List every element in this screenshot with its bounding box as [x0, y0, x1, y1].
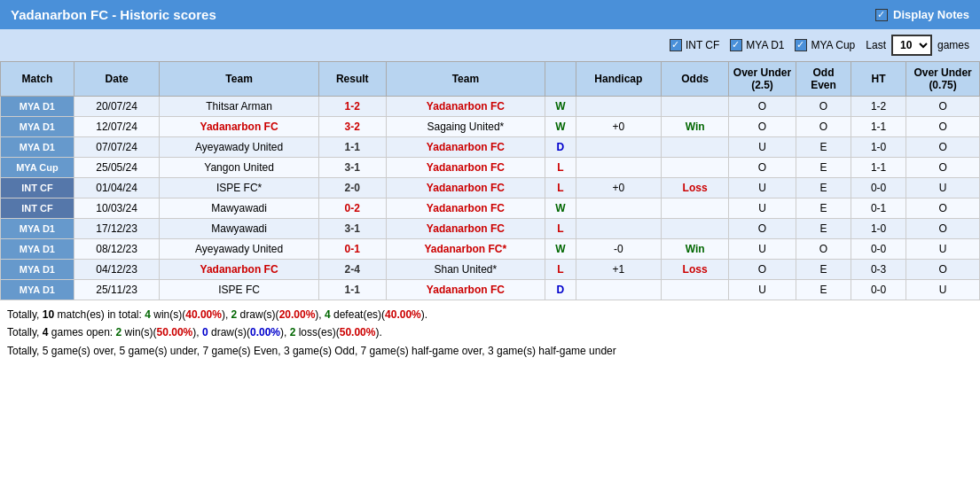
footer-line2: Totally, 4 games open: 2 win(s)(50.00%),…	[7, 323, 973, 341]
team1-name: Yadanarbon FC	[160, 260, 318, 280]
scores-table: Match Date Team Result Team Handicap Odd…	[0, 61, 980, 300]
match-result: 0-1	[318, 239, 386, 260]
half-time-result: 1-0	[851, 137, 906, 158]
match-badge: MYA D1	[1, 239, 74, 260]
mya-cup-checkbox[interactable]	[795, 39, 807, 51]
half-time-result: 0-0	[851, 280, 906, 300]
match-badge: MYA D1	[1, 97, 74, 117]
handicap-value: +0	[576, 117, 662, 137]
games-select[interactable]: 5 10 15 20 30 50	[891, 35, 932, 56]
col-ht: HT	[851, 62, 906, 97]
team2-name: Yadanarbon FC	[386, 198, 545, 219]
int-cf-checkbox[interactable]	[670, 39, 682, 51]
handicap-value	[576, 219, 662, 239]
over-under-075: O	[906, 137, 980, 158]
match-date: 04/12/23	[74, 260, 160, 280]
table-row: INT CF10/03/24Mawyawadi0-2Yadanarbon FCW…	[1, 198, 980, 219]
mya-d1-label: MYA D1	[746, 39, 784, 51]
match-date: 17/12/23	[74, 219, 160, 239]
match-result: 1-1	[318, 280, 386, 300]
match-badge: MYA D1	[1, 117, 74, 137]
match-result: 3-1	[318, 219, 386, 239]
match-badge: INT CF	[1, 198, 74, 219]
col-date: Date	[74, 62, 160, 97]
table-row: MYA D107/07/24Ayeyawady United1-1Yadanar…	[1, 137, 980, 158]
table-row: MYA D104/12/23Yadanarbon FC2-4Shan Unite…	[1, 260, 980, 280]
match-outcome: D	[545, 137, 576, 158]
over-under-075: O	[906, 158, 980, 178]
over-under-075: O	[906, 198, 980, 219]
odds-value: Loss	[662, 178, 729, 198]
over-under-25: O	[729, 219, 796, 239]
over-under-25: O	[729, 260, 796, 280]
mya-d1-checkbox[interactable]	[730, 39, 742, 51]
match-outcome: W	[545, 239, 576, 260]
footer-line1: Totally, 10 match(es) in total: 4 win(s)…	[7, 306, 973, 323]
match-date: 08/12/23	[74, 239, 160, 260]
over-under-25: U	[729, 137, 796, 158]
filter-bar: INT CF MYA D1 MYA Cup Last 5 10 15 20 30…	[0, 29, 980, 61]
odd-even: O	[796, 97, 851, 117]
over-under-075: U	[906, 239, 980, 260]
half-time-result: 1-0	[851, 219, 906, 239]
team2-name: Yadanarbon FC	[386, 97, 545, 117]
over-under-25: O	[729, 97, 796, 117]
odd-even: E	[796, 137, 851, 158]
odd-even: E	[796, 178, 851, 198]
half-time-result: 0-3	[851, 260, 906, 280]
odds-value	[662, 137, 729, 158]
handicap-value	[576, 280, 662, 300]
team2-name: Yadanarbon FC	[386, 158, 545, 178]
match-result: 2-4	[318, 260, 386, 280]
half-time-result: 0-1	[851, 198, 906, 219]
over-under-075: U	[906, 280, 980, 300]
col-handicap: Handicap	[576, 62, 662, 97]
match-badge: MYA D1	[1, 280, 74, 300]
table-row: MYA D125/11/23ISPE FC1-1Yadanarbon FCDUE…	[1, 280, 980, 300]
match-badge: MYA Cup	[1, 158, 74, 178]
last-label: Last	[866, 39, 886, 51]
team1-name: ISPE FC	[160, 280, 318, 300]
match-badge: MYA D1	[1, 260, 74, 280]
half-time-result: 1-1	[851, 158, 906, 178]
match-outcome: D	[545, 280, 576, 300]
display-notes-checkbox[interactable]	[875, 9, 888, 21]
half-time-result: 0-0	[851, 178, 906, 198]
col-ou25: Over Under (2.5)	[729, 62, 796, 97]
handicap-value: +0	[576, 178, 662, 198]
col-outcome	[545, 62, 576, 97]
over-under-075: U	[906, 178, 980, 198]
team2-name: Yadanarbon FC	[386, 280, 545, 300]
handicap-value: +1	[576, 260, 662, 280]
match-date: 20/07/24	[74, 97, 160, 117]
half-time-result: 1-1	[851, 117, 906, 137]
team1-name: Ayeyawady United	[160, 137, 318, 158]
over-under-075: O	[906, 97, 980, 117]
match-date: 01/04/24	[74, 178, 160, 198]
filter-mya-d1: MYA D1	[730, 39, 784, 51]
team1-name: Ayeyawady United	[160, 239, 318, 260]
team2-name: Yadanarbon FC*	[386, 239, 545, 260]
match-outcome: W	[545, 97, 576, 117]
odds-value	[662, 158, 729, 178]
team1-name: ISPE FC*	[160, 178, 318, 198]
odd-even: E	[796, 198, 851, 219]
odds-value	[662, 280, 729, 300]
col-match: Match	[1, 62, 74, 97]
footer-line3: Totally, 5 game(s) over, 5 game(s) under…	[7, 342, 973, 360]
odd-even: E	[796, 219, 851, 239]
team2-name: Sagaing United*	[386, 117, 545, 137]
col-team2: Team	[386, 62, 545, 97]
table-row: MYA D112/07/24Yadanarbon FC3-2Sagaing Un…	[1, 117, 980, 137]
handicap-value	[576, 158, 662, 178]
over-under-075: O	[906, 219, 980, 239]
table-row: INT CF01/04/24ISPE FC*2-0Yadanarbon FCL+…	[1, 178, 980, 198]
match-date: 10/03/24	[74, 198, 160, 219]
col-ou075: Over Under (0.75)	[906, 62, 980, 97]
display-notes-label: Display Notes	[893, 8, 969, 21]
over-under-075: O	[906, 260, 980, 280]
mya-cup-label: MYA Cup	[811, 39, 855, 51]
over-under-25: U	[729, 198, 796, 219]
col-team1: Team	[160, 62, 318, 97]
over-under-25: U	[729, 239, 796, 260]
